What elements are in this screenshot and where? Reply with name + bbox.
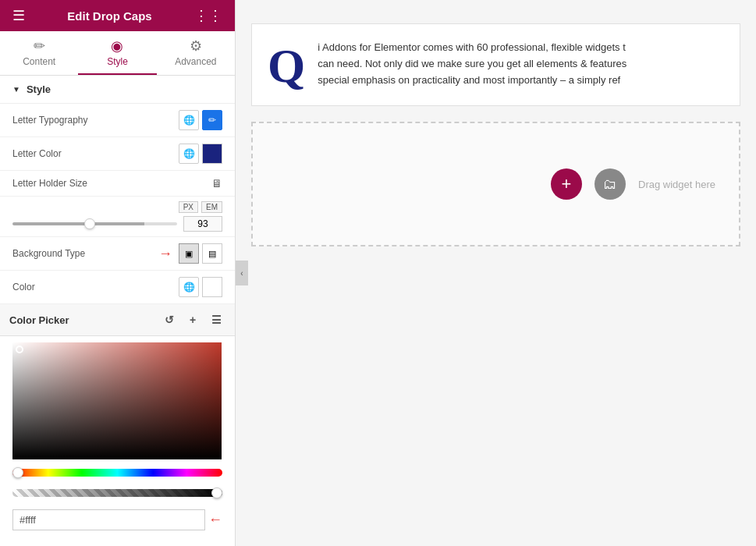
hex-arrow-icon: ← [208,512,222,528]
bg-type-arrow-icon: → [158,246,172,262]
grid-icon[interactable]: ⋮⋮ [194,7,222,24]
color-picker-section: Color Picker ↺ + ☰ [0,304,235,537]
typography-globe-btn[interactable]: 🌐 [179,110,199,130]
hex-row: ← [0,503,235,537]
collapse-panel-btn[interactable]: ‹ [236,261,248,285]
content-tab-icon: ✏ [34,37,45,55]
hex-input[interactable] [12,509,205,530]
letter-typography-label: Letter Typography [12,115,179,126]
folder-btn[interactable]: 🗂 [595,168,626,200]
gradient-circle [16,346,23,353]
tab-style-label: Style [107,56,128,67]
color-row-swatch[interactable] [202,277,222,297]
color-row: Color 🌐 [0,271,235,304]
color-picker-reset-btn[interactable]: ↺ [160,310,179,329]
color-actions: 🌐 [179,277,222,297]
tab-content[interactable]: ✏ Content [0,31,78,75]
letter-typography-actions: 🌐 ✏ [179,110,222,130]
add-icon: + [562,174,572,194]
tab-content-label: Content [23,56,55,67]
drop-cap-letter: Q [268,41,305,90]
hue-slider-row [0,463,235,483]
panel-header: ☰ Edit Drop Caps ⋮⋮ [0,0,235,31]
color-label: Color [12,282,179,292]
color-picker-add-btn[interactable]: + [183,310,202,329]
chevron-icon: ▼ [12,85,20,94]
style-section-label: Style [27,83,51,95]
holder-size-icon: 🖥 [211,177,222,190]
widget-preview: Q i Addons for Elementor comes with 60 p… [251,23,740,106]
gradient-bg [12,342,222,459]
advanced-tab-icon: ⚙ [190,37,202,55]
preview-text: i Addons for Elementor comes with 60 pro… [318,40,626,88]
size-slider[interactable] [12,222,177,225]
bg-type-classic-btn[interactable]: ▣ [179,243,199,264]
preview-line-2: can need. Not only did we make sure you … [318,56,626,73]
folder-icon: 🗂 [603,176,617,193]
panel-content: ▼ Style Letter Typography 🌐 ✏ Letter Col… [0,76,235,546]
letter-color-swatch[interactable] [202,144,222,164]
add-widget-btn[interactable]: + [551,168,582,200]
color-picker-delete-btn[interactable]: ☰ [207,310,225,329]
color-row-globe-btn[interactable]: 🌐 [179,277,199,297]
letter-color-row: Letter Color 🌐 [0,137,235,171]
letter-color-label: Letter Color [12,148,179,159]
style-section-header[interactable]: ▼ Style [0,76,235,104]
typography-edit-btn[interactable]: ✏ [202,110,222,130]
bg-type-gradient-btn[interactable]: ▤ [202,243,222,264]
background-type-label: Background Type [12,248,158,259]
preview-line-3: special emphasis on practicality and mos… [318,73,626,89]
tabs-bar: ✏ Content ◉ Style ⚙ Advanced [0,31,235,76]
hue-slider[interactable] [12,469,222,477]
color-picker-header: Color Picker ↺ + ☰ [0,304,235,336]
size-value-input[interactable] [183,216,222,232]
opacity-slider-row [0,483,235,503]
color-gradient-canvas[interactable] [12,342,222,459]
right-panel: Q i Addons for Elementor comes with 60 p… [236,0,756,546]
color-picker-actions: ↺ + ☰ [160,310,225,329]
color-picker-title: Color Picker [9,314,160,326]
style-tab-icon: ◉ [111,37,123,55]
slider-with-value [12,216,222,232]
drop-zone: + 🗂 Drag widget here [251,122,740,246]
letter-color-actions: 🌐 [179,144,222,164]
unit-em-btn[interactable]: EM [201,201,222,213]
tab-advanced-label: Advanced [175,56,216,67]
drag-widget-text: Drag widget here [638,179,715,190]
preview-line-1: i Addons for Elementor comes with 60 pro… [318,40,626,56]
unit-px-btn[interactable]: PX [179,201,198,213]
background-type-row: Background Type → ▣ ▤ [0,237,235,271]
panel-title: Edit Drop Caps [67,9,151,23]
tab-style[interactable]: ◉ Style [78,31,156,75]
letter-holder-size-label: Letter Holder Size [12,178,211,189]
color-globe-btn[interactable]: 🌐 [179,144,199,164]
letter-holder-size-row: Letter Holder Size 🖥 [0,171,235,197]
tab-advanced[interactable]: ⚙ Advanced [157,31,235,75]
letter-typography-row: Letter Typography 🌐 ✏ [0,104,235,137]
hamburger-icon[interactable]: ☰ [12,7,25,24]
opacity-slider[interactable] [12,489,222,497]
left-panel: ☰ Edit Drop Caps ⋮⋮ ✏ Content ◉ Style ⚙ … [0,0,236,546]
slider-row: PX EM [0,197,235,237]
